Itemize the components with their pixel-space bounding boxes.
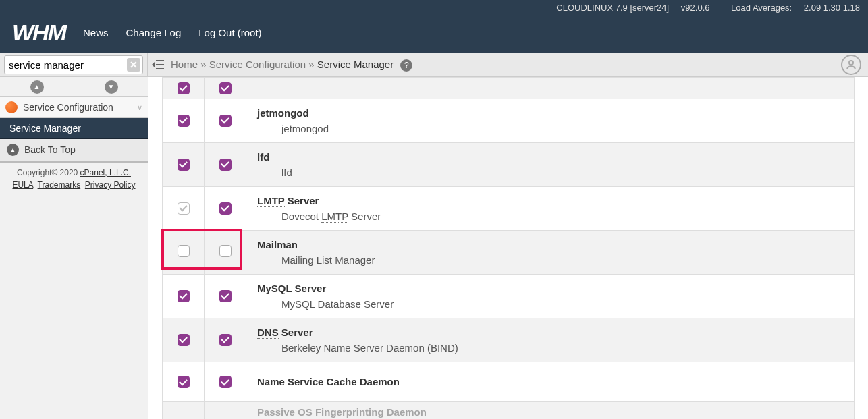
checkbox[interactable] (178, 376, 190, 388)
service-title: jetmongod (257, 107, 843, 119)
checkbox[interactable] (219, 334, 232, 346)
service-title: DNS Server (257, 327, 843, 338)
breadcrumb: Home » Service Configuration » Service M… (168, 59, 841, 72)
checkbox[interactable] (219, 245, 232, 257)
link-cpanel[interactable]: cPanel, L.L.C. (80, 168, 131, 177)
service-subtitle: MySQL Database Server (257, 298, 843, 310)
service-title: lfd (257, 151, 843, 163)
nav-news[interactable]: News (83, 27, 109, 38)
svg-point-0 (849, 61, 853, 65)
checkbox[interactable] (219, 376, 232, 388)
services-table: jetmongodjetmongodlfdlfdLMTP ServerDovec… (162, 77, 855, 419)
service-row-row0 (163, 78, 855, 99)
crumb-current: Service Manager (317, 59, 394, 70)
collapse-all-button[interactable]: ▲ (0, 77, 74, 96)
sidebar-collapse-row: ▲ ▼ (0, 77, 148, 97)
breadcrumb-bar: ✕ Home » Service Configuration » Service… (0, 53, 868, 77)
service-row-lfd: lfdlfd (163, 142, 855, 186)
service-title: Name Service Cache Daemon (257, 376, 843, 387)
service-row-jetmongod: jetmongodjetmongod (163, 99, 855, 142)
checkbox[interactable] (178, 115, 190, 127)
crumb-home[interactable]: Home (171, 59, 198, 70)
checkbox[interactable] (178, 290, 190, 302)
checkbox[interactable] (219, 202, 232, 215)
service-row-mysql: MySQL ServerMySQL Database Server (163, 274, 855, 318)
checkbox[interactable] (219, 290, 232, 302)
checkbox[interactable] (178, 334, 190, 346)
link-trademarks[interactable]: Trademarks (38, 180, 81, 190)
expand-all-button[interactable]: ▼ (74, 77, 148, 96)
link-privacy[interactable]: Privacy Policy (85, 180, 136, 190)
service-row-dns: DNS ServerBerkeley Name Server Daemon (B… (163, 318, 855, 362)
sidebar-item-service-manager[interactable]: Service Manager (0, 118, 148, 139)
crumb-category[interactable]: Service Configuration (209, 59, 306, 70)
chevron-down-icon: ∨ (137, 103, 142, 112)
checkbox[interactable] (219, 159, 232, 171)
sidebar-footer: Copyright© 2020 cPanel, L.L.C. EULA Trad… (0, 161, 148, 195)
checkbox[interactable] (178, 159, 190, 171)
nav-logout[interactable]: Log Out (root) (198, 27, 261, 38)
nav-changelog[interactable]: Change Log (126, 27, 181, 38)
service-subtitle: lfd (257, 167, 843, 178)
service-title: MySQL Server (257, 283, 843, 294)
main-content: jetmongodjetmongodlfdlfdLMTP ServerDovec… (148, 77, 868, 419)
service-row-lmtp: LMTP ServerDovecot LMTP Server (163, 186, 855, 230)
os-label: CLOUDLINUX 7.9 [server24] (556, 3, 669, 13)
service-title: LMTP Server (257, 195, 843, 206)
load-averages: Load Averages: 2.09 1.30 1.18 (722, 3, 860, 13)
search-input[interactable] (4, 55, 143, 74)
sidebar-category-label: Service Configuration (23, 102, 113, 113)
sidebar-toggle-icon[interactable] (148, 60, 168, 69)
checkbox[interactable] (219, 82, 232, 94)
service-title: Mailman (257, 239, 843, 250)
search-clear-icon[interactable]: ✕ (127, 58, 140, 72)
gear-icon (5, 101, 18, 113)
service-row-nscd: Name Service Cache Daemon (163, 362, 855, 402)
top-nav: WHM News Change Log Log Out (root) (0, 13, 868, 53)
version-label: v92.0.6 (681, 3, 710, 13)
arrow-up-icon: ▲ (7, 144, 19, 156)
checkbox[interactable] (178, 245, 190, 257)
sidebar-item-back-to-top[interactable]: ▲ Back To Top (0, 139, 148, 161)
sidebar: ▲ ▼ Service Configuration ∨ Service Mana… (0, 77, 148, 419)
checkbox[interactable] (219, 115, 232, 127)
link-eula[interactable]: EULA (12, 180, 33, 190)
help-icon[interactable]: ? (400, 59, 412, 72)
service-subtitle: Berkeley Name Server Daemon (BIND) (257, 342, 843, 354)
checkbox[interactable] (178, 82, 190, 94)
service-subtitle: Mailing List Manager (257, 254, 843, 266)
status-bar: CLOUDLINUX 7.9 [server24] v92.0.6 Load A… (0, 0, 868, 13)
service-row-p0f: Passive OS Fingerprinting Daemon (163, 402, 855, 420)
app-header: CLOUDLINUX 7.9 [server24] v92.0.6 Load A… (0, 0, 868, 53)
sidebar-category-service-config[interactable]: Service Configuration ∨ (0, 97, 148, 118)
search-wrap: ✕ (0, 53, 148, 77)
service-row-mailman: MailmanMailing List Manager (163, 230, 855, 274)
service-subtitle: jetmongod (257, 123, 843, 134)
checkbox[interactable] (178, 202, 190, 215)
user-menu-icon[interactable] (841, 55, 861, 75)
whm-logo[interactable]: WHM (12, 20, 65, 46)
service-subtitle: Dovecot LMTP Server (257, 211, 843, 222)
service-title: Passive OS Fingerprinting Daemon (257, 406, 843, 418)
